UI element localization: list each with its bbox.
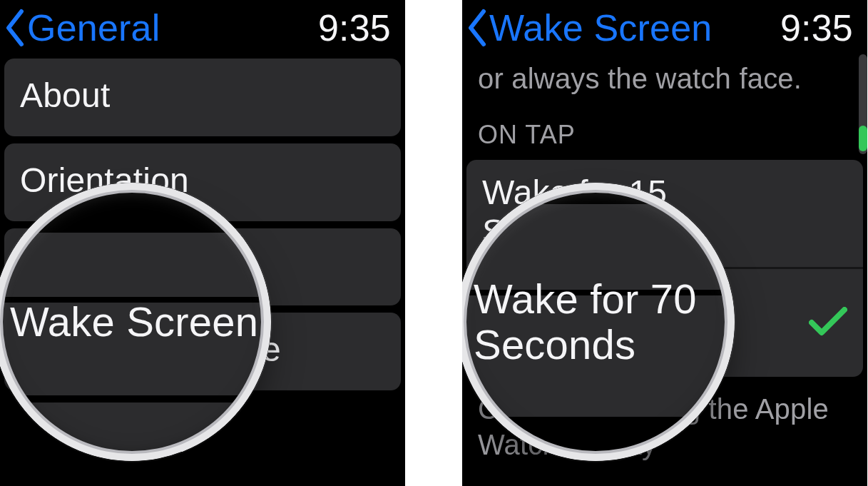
scroll-indicator[interactable] <box>859 54 867 154</box>
magnified-text: Wake Screen <box>10 299 258 345</box>
back-label: General <box>27 9 160 46</box>
magnified-text-line2: Seconds <box>474 322 635 368</box>
watch-screen-wake-screen: Wake Screen 9:35 or always the watch fac… <box>462 0 867 486</box>
magnifier-overlay: Wake Screen <box>0 183 271 461</box>
watch-screen-general: General 9:35 About Orientation Wake Scre… <box>0 0 405 486</box>
chevron-left-icon <box>4 9 26 47</box>
settings-item-about[interactable]: About <box>4 59 401 136</box>
magnifier-overlay: Wake for 70 Seconds <box>462 183 735 461</box>
settings-item-label: About <box>20 76 110 114</box>
section-description: or always the watch face. <box>462 56 867 97</box>
magnified-text-line1: Wake for 70 <box>474 276 697 322</box>
back-button[interactable]: Wake Screen <box>466 9 712 47</box>
header-bar: General 9:35 <box>0 0 405 56</box>
status-time: 9:35 <box>780 6 853 49</box>
chevron-left-icon <box>466 9 488 47</box>
back-button[interactable]: General <box>4 9 160 47</box>
header-bar: Wake Screen 9:35 <box>462 0 867 56</box>
back-label: Wake Screen <box>489 9 712 46</box>
section-header-on-tap: ON TAP <box>462 97 867 160</box>
status-time: 9:35 <box>318 6 391 49</box>
checkmark-icon <box>809 307 847 337</box>
